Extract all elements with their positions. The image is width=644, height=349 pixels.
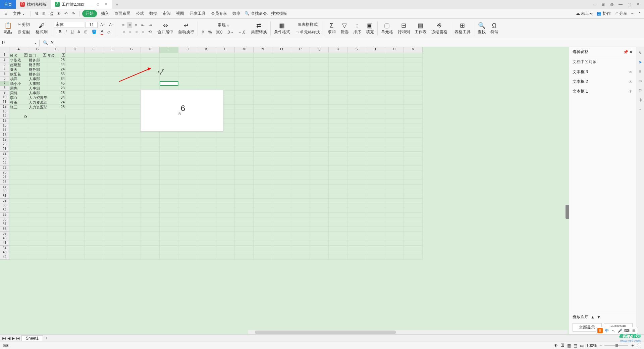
cell[interactable] (385, 86, 404, 91)
cell[interactable] (272, 119, 291, 123)
sort-button[interactable]: ↕排序 (351, 21, 363, 36)
cell[interactable] (178, 53, 197, 58)
cell[interactable] (85, 138, 103, 142)
col-header[interactable]: S (347, 47, 366, 53)
cell[interactable] (310, 147, 329, 152)
cell[interactable] (66, 166, 85, 170)
merge-button[interactable]: ⇔合并居中 (155, 21, 175, 36)
cell[interactable]: 34 (47, 77, 66, 81)
cell[interactable] (197, 217, 216, 222)
clear-format-icon[interactable]: ◇ (106, 29, 112, 35)
cell[interactable] (197, 246, 216, 250)
dec-inc-icon[interactable]: .0→ (225, 29, 235, 35)
cell[interactable] (272, 255, 291, 260)
cell[interactable] (272, 156, 291, 161)
cell[interactable] (347, 133, 366, 138)
cell[interactable] (347, 255, 366, 260)
ime-lang[interactable]: 中 (604, 328, 609, 333)
row-header[interactable]: 31 (0, 194, 9, 199)
cell[interactable] (254, 147, 272, 152)
cell[interactable] (178, 133, 197, 138)
cell[interactable] (66, 217, 85, 222)
cell[interactable] (122, 152, 141, 156)
cell[interactable] (160, 189, 178, 194)
row-header[interactable]: 9 (0, 91, 9, 95)
cell[interactable] (385, 91, 404, 95)
cell[interactable] (103, 161, 122, 166)
menu-公式[interactable]: 公式 (133, 11, 147, 16)
cell[interactable] (385, 217, 404, 222)
cell[interactable] (216, 72, 235, 77)
cell[interactable]: 人事部 (28, 91, 47, 95)
cell[interactable] (385, 185, 404, 189)
col-header[interactable]: T (366, 47, 385, 53)
cell[interactable] (235, 208, 254, 213)
cell[interactable]: 秦天 (9, 67, 28, 72)
cell[interactable] (366, 170, 385, 175)
cell[interactable] (310, 142, 329, 147)
cell[interactable]: 44 (47, 62, 66, 67)
cell[interactable] (103, 95, 122, 100)
cell[interactable] (141, 53, 160, 58)
col-header[interactable]: M (235, 47, 254, 53)
cell[interactable] (28, 161, 47, 166)
cell[interactable] (291, 208, 310, 213)
saveas-icon[interactable]: 🗎 (41, 11, 47, 17)
cell[interactable] (404, 241, 423, 246)
cell[interactable] (329, 175, 347, 180)
cell[interactable] (366, 236, 385, 241)
cell[interactable] (291, 246, 310, 250)
fullscreen-icon[interactable]: ⛶ (637, 343, 641, 348)
cell[interactable] (85, 180, 103, 185)
cell[interactable] (197, 77, 216, 81)
cell[interactable] (366, 77, 385, 81)
col-header[interactable]: F (103, 47, 122, 53)
cell[interactable] (347, 180, 366, 185)
cell[interactable] (216, 217, 235, 222)
cell[interactable] (329, 77, 347, 81)
cell[interactable]: 人事部 (28, 77, 47, 81)
cell[interactable] (347, 194, 366, 199)
indent-dec-icon[interactable]: ⇤ (140, 22, 146, 28)
cell[interactable] (329, 58, 347, 62)
cell[interactable] (366, 72, 385, 77)
cell[interactable] (404, 67, 423, 72)
cell[interactable] (310, 53, 329, 58)
cell[interactable] (66, 175, 85, 180)
cell[interactable] (366, 62, 385, 67)
cell[interactable] (178, 222, 197, 227)
col-header[interactable]: L (216, 47, 235, 53)
cell[interactable] (385, 133, 404, 138)
side-style-icon[interactable]: ≡ (638, 69, 643, 74)
col-header[interactable]: D (66, 47, 85, 53)
cell[interactable] (197, 58, 216, 62)
row-header[interactable]: 14 (0, 114, 9, 119)
h-scrollbar[interactable] (248, 330, 568, 334)
cell[interactable] (235, 170, 254, 175)
cell[interactable] (385, 156, 404, 161)
cell[interactable] (404, 161, 423, 166)
view-page-icon[interactable]: ▤ (574, 343, 577, 348)
cell[interactable] (329, 142, 347, 147)
cell[interactable]: 李依依 (9, 58, 28, 62)
cell[interactable] (291, 152, 310, 156)
sheet-prev-icon[interactable]: ◀ (7, 336, 10, 341)
side-location-icon[interactable]: ◎ (638, 97, 643, 103)
cell[interactable] (329, 170, 347, 175)
tab-home[interactable]: 首页 (0, 0, 16, 9)
cell[interactable] (235, 95, 254, 100)
cell[interactable] (366, 166, 385, 170)
cell[interactable] (103, 180, 122, 185)
row-header[interactable]: 35 (0, 213, 9, 217)
cell[interactable] (178, 161, 197, 166)
cell[interactable] (385, 95, 404, 100)
cell[interactable] (122, 156, 141, 161)
cell[interactable] (272, 236, 291, 241)
cell[interactable] (141, 222, 160, 227)
cell[interactable] (291, 58, 310, 62)
cell[interactable] (235, 227, 254, 232)
cell[interactable] (329, 95, 347, 100)
cell[interactable] (47, 119, 66, 123)
col-header[interactable]: A (9, 47, 28, 53)
close-icon[interactable]: ✕ (635, 1, 641, 8)
